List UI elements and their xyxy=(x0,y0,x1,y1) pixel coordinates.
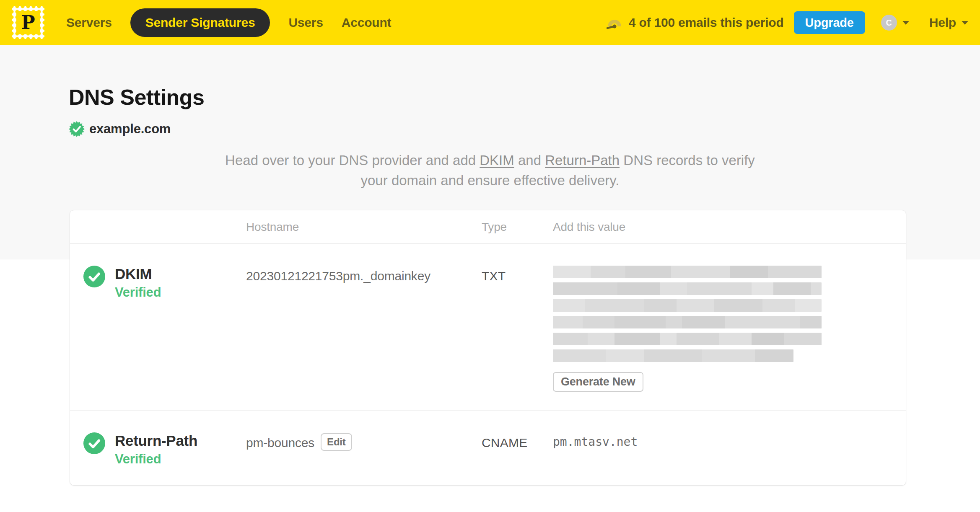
main-content: DNS Settings example.com Head over to yo… xyxy=(0,45,980,486)
postmark-stamp-icon: P xyxy=(16,11,40,34)
hostname-cell: 20230121221753pm._domainkey xyxy=(246,266,482,392)
table-row-dkim: DKIM Verified 20230121221753pm._domainke… xyxy=(70,244,906,411)
redacted-value-line xyxy=(553,349,793,362)
postmark-logo[interactable]: P xyxy=(12,6,44,39)
redacted-value-line xyxy=(553,333,822,345)
nav-item-users[interactable]: Users xyxy=(288,16,323,30)
table-row-return-path: Return-Path Verified pm-bounces Edit CNA… xyxy=(70,411,906,485)
value-cell: Generate New xyxy=(553,266,906,392)
usage-gauge-icon xyxy=(606,16,623,29)
nav-item-servers[interactable]: Servers xyxy=(66,16,112,30)
upgrade-button[interactable]: Upgrade xyxy=(794,11,865,34)
redacted-value-lines xyxy=(553,266,906,362)
dkim-link[interactable]: DKIM xyxy=(480,153,514,168)
table-header: Hostname Type Add this value xyxy=(70,210,906,244)
return-path-link[interactable]: Return-Path xyxy=(545,153,620,168)
record-name: DKIM xyxy=(115,266,161,282)
usage-text: 4 of 100 emails this period xyxy=(629,16,784,30)
primary-nav: Servers Sender Signatures Users Account xyxy=(66,8,391,37)
domain-name: example.com xyxy=(89,122,171,137)
help-menu[interactable]: Help xyxy=(929,16,968,30)
navbar-right-group: 4 of 100 emails this period Upgrade C He… xyxy=(606,11,968,34)
nav-item-account[interactable]: Account xyxy=(342,16,391,30)
intro-text: Head over to your DNS provider and add D… xyxy=(213,150,767,191)
hostname-cell: pm-bounces xyxy=(246,436,314,450)
help-caret-icon xyxy=(962,21,968,25)
top-navbar: P Servers Sender Signatures Users Accoun… xyxy=(0,0,980,45)
domain-row: example.com xyxy=(69,121,980,137)
record-name: Return-Path xyxy=(115,432,197,449)
header-type: Type xyxy=(482,220,553,234)
status-badge: Verified xyxy=(115,452,197,467)
dns-records-card: Hostname Type Add this value DKIM Verifi… xyxy=(70,210,906,486)
redacted-value-line xyxy=(553,282,822,295)
header-add-this-value: Add this value xyxy=(553,220,906,234)
redacted-value-line xyxy=(553,299,822,312)
type-cell: TXT xyxy=(482,266,553,392)
verified-check-icon xyxy=(83,432,105,454)
help-label: Help xyxy=(929,16,956,30)
type-cell: CNAME xyxy=(482,432,553,467)
avatar[interactable]: C xyxy=(881,15,897,31)
redacted-value-line xyxy=(553,316,822,328)
intro-part1: Head over to your DNS provider and add xyxy=(225,153,480,168)
status-badge: Verified xyxy=(115,285,161,300)
logo-letter: P xyxy=(21,13,35,32)
header-hostname: Hostname xyxy=(246,220,482,234)
value-cell: pm.mtasv.net xyxy=(553,432,906,467)
nav-item-sender-signatures[interactable]: Sender Signatures xyxy=(130,8,270,37)
verified-check-icon xyxy=(83,266,105,287)
intro-part2: and xyxy=(514,153,545,168)
redacted-value-line xyxy=(553,266,822,278)
edit-button[interactable]: Edit xyxy=(321,433,352,451)
verified-seal-icon xyxy=(69,121,85,137)
generate-new-button[interactable]: Generate New xyxy=(553,372,643,392)
account-menu-caret-icon[interactable] xyxy=(902,21,909,25)
page-title: DNS Settings xyxy=(0,45,980,109)
